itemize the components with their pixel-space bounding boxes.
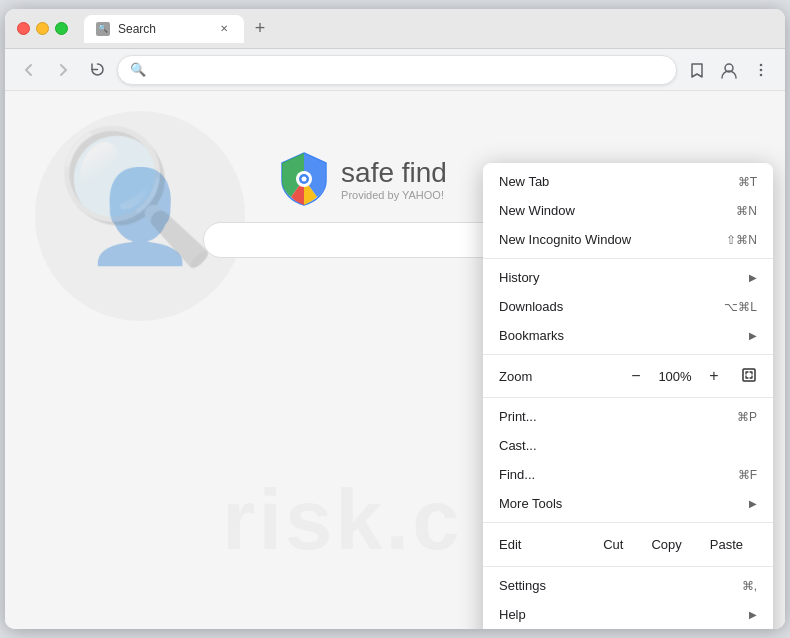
zoom-out-button[interactable]: − [625,365,647,387]
menu-item-find[interactable]: Find... ⌘F [483,460,773,489]
paste-button[interactable]: Paste [696,533,757,556]
toolbar-right [683,56,775,84]
reload-button[interactable] [83,56,111,84]
copy-button[interactable]: Copy [637,533,695,556]
new-tab-button[interactable]: + [248,17,272,41]
zoom-label: Zoom [499,369,625,384]
title-bar: 🔍 Search ✕ + [5,9,785,49]
tab-favicon: 🔍 [96,22,110,36]
menu-item-more-tools[interactable]: More Tools ▶ [483,489,773,518]
menu-item-downloads[interactable]: Downloads ⌥⌘L [483,292,773,321]
zoom-row[interactable]: Zoom − 100% + [483,359,773,393]
menu-section-tools: Print... ⌘P Cast... Find... ⌘F More Tool… [483,398,773,523]
logo-text: safe find Provided by YAHOO! [341,157,447,201]
svg-point-6 [302,177,307,182]
zoom-value: 100% [655,369,695,384]
menu-item-history[interactable]: History ▶ [483,263,773,292]
zoom-fullscreen-button[interactable] [741,367,757,386]
menu-section-zoom: Zoom − 100% + [483,355,773,398]
forward-button[interactable] [49,56,77,84]
edit-actions: Cut Copy Paste [589,533,757,556]
menu-item-help[interactable]: Help ▶ [483,600,773,629]
edit-label: Edit [499,537,589,552]
logo-name: safe find [341,157,447,189]
menu-section-settings: Settings ⌘, Help ▶ [483,567,773,629]
menu-button[interactable] [747,56,775,84]
edit-row: Edit Cut Copy Paste [483,527,773,562]
page-content: 👤 🔍 risk.c m [5,91,785,629]
address-search-icon: 🔍 [130,62,146,77]
back-button[interactable] [15,56,43,84]
menu-item-print[interactable]: Print... ⌘P [483,402,773,431]
zoom-in-button[interactable]: + [703,365,725,387]
menu-item-settings[interactable]: Settings ⌘, [483,571,773,600]
watermark-person-icon: 👤 [84,164,196,269]
menu-section-nav: History ▶ Downloads ⌥⌘L Bookmarks ▶ [483,259,773,355]
tab-bar: 🔍 Search ✕ + [84,15,773,43]
context-menu: New Tab ⌘T New Window ⌘N New Incognito W… [483,163,773,629]
bookmark-button[interactable] [683,56,711,84]
svg-rect-7 [743,369,755,381]
maximize-button[interactable] [55,22,68,35]
safe-finder-logo: safe find Provided by YAHOO! [279,151,447,206]
toolbar: 🔍 [5,49,785,91]
menu-item-bookmarks[interactable]: Bookmarks ▶ [483,321,773,350]
logo-sub: Provided by YAHOO! [341,189,447,201]
svg-point-2 [760,68,763,71]
tab-title: Search [118,22,156,36]
menu-section-edit: Edit Cut Copy Paste [483,523,773,567]
tab-close-button[interactable]: ✕ [216,21,232,37]
zoom-controls: − 100% + [625,365,757,387]
address-input[interactable] [152,62,664,77]
traffic-lights [17,22,68,35]
shield-logo-icon [279,151,329,206]
menu-item-new-tab[interactable]: New Tab ⌘T [483,167,773,196]
active-tab[interactable]: 🔍 Search ✕ [84,15,244,43]
menu-section-new: New Tab ⌘T New Window ⌘N New Incognito W… [483,163,773,259]
svg-point-1 [760,63,763,66]
browser-window: 🔍 Search ✕ + 🔍 [5,9,785,629]
menu-item-new-incognito[interactable]: New Incognito Window ⇧⌘N [483,225,773,254]
menu-item-new-window[interactable]: New Window ⌘N [483,196,773,225]
account-button[interactable] [715,56,743,84]
cut-button[interactable]: Cut [589,533,637,556]
page-search-input[interactable] [203,222,523,258]
menu-item-cast[interactable]: Cast... [483,431,773,460]
address-bar[interactable]: 🔍 [117,55,677,85]
svg-point-3 [760,73,763,76]
page-center: safe find Provided by YAHOO! [203,151,523,258]
close-button[interactable] [17,22,30,35]
minimize-button[interactable] [36,22,49,35]
